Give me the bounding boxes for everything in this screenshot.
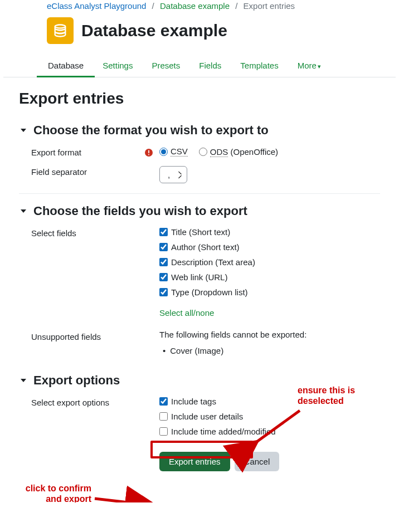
field-label: Description (Text area) — [171, 257, 255, 267]
option-label: Include user details — [171, 412, 243, 421]
row-buttons: Export entries Cancel — [31, 452, 380, 471]
tab-more[interactable]: More▾ — [296, 56, 322, 77]
svg-rect-1 — [148, 150, 149, 153]
cancel-button[interactable]: Cancel — [235, 452, 280, 471]
checkbox-include-user-details[interactable] — [159, 412, 168, 421]
unsupported-text: The following fields cannot be exported: — [159, 330, 380, 339]
field-label: Web link (URL) — [171, 272, 227, 282]
chevron-down-icon — [19, 207, 28, 216]
row-field-separator: Field separator , — [31, 166, 380, 183]
tab-fields[interactable]: Fields — [198, 56, 222, 77]
label-unsupported-fields: Unsupported fields — [31, 332, 101, 341]
checkbox-include-time[interactable] — [159, 427, 168, 436]
options-checklist: Include tags Include user details Includ… — [159, 397, 380, 436]
breadcrumb-mid[interactable]: Database example — [160, 1, 230, 11]
annotation-text-confirm: click to confirm and export — [0, 483, 91, 502]
radio-ods[interactable]: ODS (OpenOffice) — [199, 147, 278, 157]
option-label: Include tags — [171, 397, 216, 406]
tab-database[interactable]: Database — [47, 56, 85, 77]
breadcrumb-current: Export entries — [244, 1, 295, 11]
checkbox-field-description[interactable] — [159, 258, 168, 266]
breadcrumb-root[interactable]: eClass Analyst Playground — [47, 1, 146, 11]
checkbox-include-tags[interactable] — [159, 397, 168, 406]
main-content: Export entries Choose the format you wis… — [3, 77, 396, 502]
row-select-fields: Select fields Title (Short text) Author … — [31, 227, 380, 318]
page-title: Database example — [81, 21, 227, 40]
tab-bar: Database Settings Presets Fields Templat… — [3, 56, 396, 77]
breadcrumb-sep-icon: / — [152, 1, 154, 11]
breadcrumb-sep-icon: / — [235, 1, 237, 11]
row-export-options: Select export options Include tags Inclu… — [31, 397, 380, 436]
divider — [19, 193, 380, 194]
tab-templates[interactable]: Templates — [239, 56, 279, 77]
page-heading: Export entries — [19, 90, 380, 108]
unsupported-list: Cover (Image) — [159, 346, 380, 355]
checkbox-field-title[interactable] — [159, 228, 168, 236]
row-unsupported-fields: Unsupported fields The following fields … — [31, 330, 380, 355]
page-header: Database example — [3, 14, 396, 53]
chevron-down-icon — [19, 126, 28, 135]
tab-presets[interactable]: Presets — [150, 56, 181, 77]
required-warning-icon — [145, 149, 153, 157]
radio-csv[interactable]: CSV — [159, 147, 188, 157]
label-field-separator: Field separator — [31, 167, 87, 177]
label-export-format: Export format — [31, 148, 81, 157]
option-label: Include time added/modified — [171, 427, 276, 436]
field-label: Title (Short text) — [171, 227, 230, 237]
field-label: Author (Short text) — [171, 242, 240, 252]
section-format-header[interactable]: Choose the format you wish to export to — [19, 123, 380, 138]
checkbox-field-type[interactable] — [159, 288, 168, 296]
tab-settings[interactable]: Settings — [101, 56, 134, 77]
breadcrumb: eClass Analyst Playground / Database exa… — [3, 0, 396, 14]
label-select-fields: Select fields — [31, 228, 76, 238]
label-export-options: Select export options — [31, 398, 109, 407]
fields-checklist: Title (Short text) Author (Short text) D… — [159, 227, 380, 318]
checkbox-field-author[interactable] — [159, 243, 168, 251]
svg-rect-2 — [148, 154, 149, 155]
chevron-down-icon: ▾ — [318, 63, 321, 70]
svg-line-4 — [95, 499, 153, 502]
field-label: Type (Dropdown list) — [171, 287, 248, 297]
annotation-arrow-icon — [93, 491, 159, 502]
select-field-separator[interactable]: , — [159, 166, 187, 183]
chevron-down-icon — [19, 376, 28, 385]
link-select-all-none[interactable]: Select all/none — [159, 308, 214, 318]
database-activity-icon — [47, 17, 74, 44]
unsupported-item: Cover (Image) — [163, 346, 380, 355]
section-options-header[interactable]: Export options — [19, 373, 380, 388]
row-export-format: Export format CSV ODS (OpenOffice) — [31, 147, 380, 157]
section-fields-header[interactable]: Choose the fields you wish to export — [19, 204, 380, 218]
checkbox-field-weblink[interactable] — [159, 273, 168, 281]
export-entries-button[interactable]: Export entries — [159, 452, 230, 471]
